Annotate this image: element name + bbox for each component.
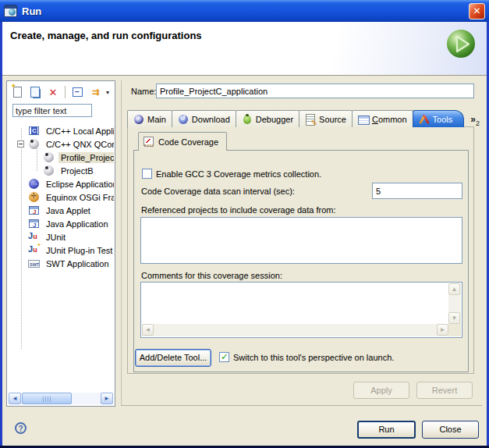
debugger-tab-icon: [242, 114, 253, 125]
subtab-label: Code Coverage: [158, 137, 218, 147]
tree-horizontal-scrollbar[interactable]: ◄ ►: [9, 393, 113, 404]
name-input[interactable]: [156, 84, 474, 98]
expander-minus-icon[interactable]: [17, 140, 24, 148]
tree-item-c-c-local-applic[interactable]: C/C++ Local Applic: [7, 124, 114, 137]
toolbar-separator: [65, 86, 66, 98]
run-dialog-icon: [4, 5, 17, 17]
scroll-right-icon[interactable]: ►: [101, 393, 113, 404]
tree-item-label: Java Applet: [44, 205, 93, 216]
tab-code-coverage[interactable]: Code Coverage: [138, 132, 227, 151]
tree-item-junit[interactable]: JuJUnit: [7, 230, 114, 244]
tab-source[interactable]: Source: [299, 110, 353, 127]
tab-download[interactable]: Download: [172, 110, 236, 127]
delete-configuration-icon[interactable]: ✕: [46, 85, 60, 99]
download-tab-icon: [178, 114, 189, 125]
code-coverage-icon: [144, 137, 154, 147]
window-border: [0, 22, 2, 448]
source-tab-icon: [305, 114, 316, 125]
help-icon[interactable]: ?: [15, 422, 27, 434]
tree-item-junit-plug-in-test[interactable]: JuJUnit Plug-in Test: [7, 244, 114, 257]
right-panel-border: [121, 80, 122, 406]
new-configuration-icon[interactable]: [10, 85, 24, 99]
tree-item-label: Eclipse Application: [44, 179, 114, 190]
run-banner-icon: [446, 29, 477, 59]
tab-label: Main: [147, 115, 166, 124]
tab-main[interactable]: Main: [127, 110, 172, 127]
tree-item-eclipse-application[interactable]: Eclipse Application: [7, 177, 114, 190]
duplicate-configuration-icon[interactable]: [28, 85, 42, 99]
tab-label: Debugger: [256, 115, 293, 124]
filter-icon[interactable]: ⇉: [88, 85, 102, 99]
tree-item-label: JUnit Plug-in Test: [44, 245, 114, 256]
filter-input[interactable]: [12, 104, 92, 117]
tab-tools[interactable]: Tools: [413, 110, 465, 127]
tree-item-label: Equinox OSGi Fram: [44, 192, 114, 203]
tree-item-equinox-osgi-fram[interactable]: Equinox OSGi Fram: [7, 190, 114, 204]
tree-item-label: SWT Application: [44, 258, 112, 269]
java-applet-icon: [28, 204, 41, 217]
collapse-all-icon[interactable]: −: [70, 85, 84, 99]
tab-common[interactable]: Common: [352, 110, 413, 127]
tree-item-java-application[interactable]: Java Application: [7, 217, 114, 230]
close-icon[interactable]: ✕: [469, 3, 485, 20]
run-dialog: Run ✕ Create, manage, and run configurat…: [0, 0, 489, 448]
apply-button[interactable]: Apply: [353, 382, 409, 399]
window-title: Run: [22, 5, 41, 17]
tab-debugger[interactable]: Debugger: [236, 110, 299, 127]
code-coverage-group: [133, 150, 469, 372]
scroll-left-icon[interactable]: ◄: [9, 393, 21, 404]
eclipse-icon: [28, 178, 41, 190]
tree-item-label: Java Application: [44, 219, 111, 229]
tree-item-projectb[interactable]: ProjectB: [7, 164, 114, 177]
java-app-icon: [28, 218, 41, 230]
qnx-icon: [43, 165, 55, 177]
run-button[interactable]: Run: [357, 421, 416, 439]
qnx-icon: [28, 138, 41, 151]
tree-item-label: ProjectB: [58, 165, 96, 176]
tree-item-label: C/C++ QNX QConn: [44, 139, 114, 150]
tab-label: Source: [319, 115, 346, 124]
header-title: Create, manage, and run configurations: [10, 30, 202, 41]
config-tree: C/C++ Local ApplicC/C++ QNX QConnProfile…: [7, 124, 114, 390]
tools-tab-icon: [419, 114, 430, 125]
tree-item-label: Profile_Project: [58, 152, 114, 163]
tree-item-swt-application[interactable]: SWT Application: [7, 257, 114, 270]
right-panel-border-bottom: [121, 405, 482, 406]
close-button[interactable]: Close: [422, 421, 479, 439]
qnx-icon: [43, 151, 55, 164]
tab-label: Download: [192, 115, 230, 124]
revert-button[interactable]: Revert: [416, 382, 473, 399]
tree-item-java-applet[interactable]: Java Applet: [7, 204, 114, 217]
junit-icon: Ju: [28, 231, 41, 244]
name-label: Name:: [131, 87, 156, 96]
common-tab-icon: [358, 114, 369, 125]
c-local-icon: [28, 125, 41, 137]
tab-label: Common: [372, 115, 407, 124]
filter-menu-caret-icon[interactable]: ▾: [106, 89, 109, 96]
tree-item-c-c-qnx-qconn[interactable]: C/C++ QNX QConn: [7, 137, 114, 151]
tree-item-label: C/C++ Local Applic: [44, 126, 114, 137]
dialog-header: Create, manage, and run configurations: [2, 22, 487, 76]
equinox-icon: [28, 191, 41, 204]
tab-label: Tools: [433, 115, 453, 124]
configurations-panel: ✕ − ⇉ ▾ C/C++ Local ApplicC/C++ QNX QCon…: [6, 80, 115, 407]
title-bar[interactable]: Run ✕: [0, 0, 489, 22]
scrollbar-thumb[interactable]: [22, 393, 72, 404]
junit-plugin-icon: Ju: [28, 244, 41, 257]
configurations-toolbar: ✕ − ⇉ ▾: [10, 84, 113, 101]
tree-item-profile-project[interactable]: Profile_Project: [7, 151, 114, 164]
swt-icon: [28, 258, 41, 270]
tab-overflow-chevron[interactable]: »2: [470, 114, 480, 127]
config-tabbar: MainDownloadDebuggerSourceCommonTools»2: [127, 110, 480, 127]
main-tab-icon: [133, 114, 144, 125]
tree-item-label: JUnit: [44, 232, 68, 243]
